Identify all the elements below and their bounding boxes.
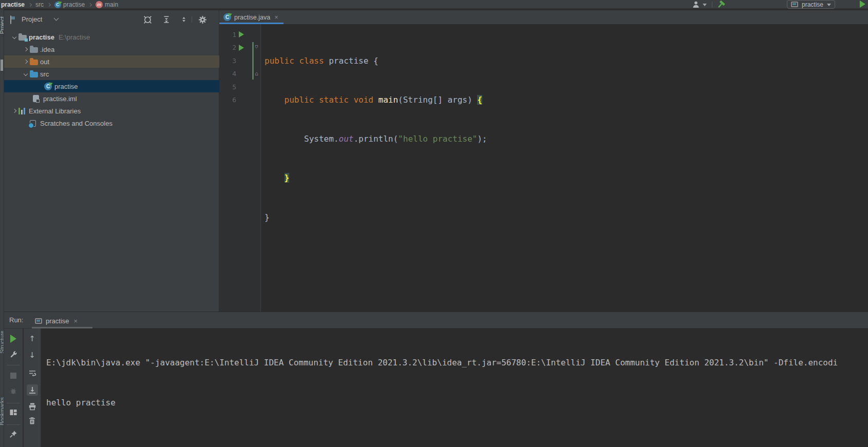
close-tab-icon[interactable]: × bbox=[74, 317, 78, 325]
run-console-output[interactable]: E:\jdk\bin\java.exe "-javaagent:E:\Intel… bbox=[42, 328, 868, 447]
run-configuration-select[interactable]: practise bbox=[787, 0, 835, 9]
layout-icon bbox=[9, 409, 17, 416]
wrench-icon bbox=[9, 350, 18, 359]
pin-icon bbox=[9, 430, 17, 438]
tree-item-project-root[interactable]: practise E:\practise bbox=[4, 31, 219, 43]
expand-all-icon bbox=[162, 15, 171, 24]
toolbar-divider bbox=[7, 403, 20, 403]
soft-wrap-button[interactable] bbox=[27, 367, 38, 379]
restart-debug-button[interactable] bbox=[8, 385, 19, 397]
breadcrumb: practise src C practise m main bbox=[0, 0, 868, 9]
project-path: E:\practise bbox=[59, 33, 90, 41]
tab-practise-java[interactable]: C practise.java × bbox=[219, 10, 284, 24]
project-toolwindow: Project bbox=[4, 10, 219, 312]
chevron-right-icon bbox=[88, 3, 92, 6]
chevron-expanded-icon bbox=[24, 72, 28, 76]
intellij-window: practise src C practise m main bbox=[0, 0, 868, 447]
console-toolbar: ↑ ↓ bbox=[24, 328, 41, 447]
console-line: E:\jdk\bin\java.exe "-javaagent:E:\Intel… bbox=[46, 356, 838, 370]
chevron-down-icon bbox=[827, 4, 831, 6]
stripe-structure-button[interactable]: Structure bbox=[0, 331, 4, 354]
hammer-icon bbox=[716, 0, 726, 9]
java-class-icon: C bbox=[54, 2, 61, 8]
line-number: 5 bbox=[219, 81, 236, 93]
expand-all-button[interactable] bbox=[162, 15, 171, 24]
toolbar-divider bbox=[192, 16, 192, 23]
run-main-gutter-icon[interactable] bbox=[239, 45, 244, 51]
tree-item-scratches[interactable]: Scratches and Consoles bbox=[4, 117, 219, 129]
tree-item-out-folder[interactable]: out bbox=[4, 55, 219, 68]
trash-icon bbox=[28, 417, 36, 425]
breadcrumb-item-method[interactable]: m main bbox=[96, 1, 118, 8]
run-config-app-icon bbox=[35, 318, 42, 324]
chevron-down-icon bbox=[703, 4, 707, 6]
up-the-stack-trace-button[interactable]: ↑ bbox=[27, 333, 38, 344]
chevron-right-icon bbox=[47, 3, 51, 6]
code-line-1: public class practise { bbox=[265, 54, 487, 67]
breadcrumb-item-class[interactable]: C practise bbox=[54, 1, 85, 8]
stripe-active-marker bbox=[1, 60, 3, 71]
arrow-up-icon: ↑ bbox=[29, 334, 35, 343]
stripe-bookmarks-button[interactable]: Bookmarks bbox=[0, 397, 4, 425]
project-folder-icon bbox=[18, 35, 27, 41]
fold-end-icon[interactable]: ⌂ bbox=[255, 70, 258, 77]
tree-item-idea-folder[interactable]: .idea bbox=[4, 43, 219, 55]
scroll-to-end-button[interactable] bbox=[27, 384, 38, 396]
run-toolwindow-header: Run: practise × bbox=[4, 312, 868, 328]
code-content: public class practise { public static vo… bbox=[265, 28, 487, 250]
rerun-button[interactable] bbox=[8, 333, 19, 344]
printer-icon bbox=[28, 402, 36, 411]
breadcrumb-bar: practise src C practise m main bbox=[0, 0, 868, 9]
toolwindow-stripe: Project Structure Bookmarks bbox=[0, 9, 4, 447]
restore-layout-button[interactable] bbox=[8, 406, 19, 418]
project-panel-title[interactable]: Project bbox=[22, 15, 42, 23]
java-class-icon: C bbox=[223, 13, 231, 21]
clear-console-button[interactable] bbox=[27, 415, 38, 426]
project-toolwindow-header: Project bbox=[4, 10, 219, 29]
build-button[interactable] bbox=[716, 0, 726, 9]
folder-icon bbox=[30, 47, 38, 53]
fold-start-icon[interactable]: ⌂ bbox=[255, 44, 258, 50]
source-folder-icon bbox=[30, 72, 38, 77]
chevron-expanded-icon bbox=[12, 35, 16, 39]
chevron-collapsed-icon bbox=[24, 60, 28, 64]
tree-item-src-folder[interactable]: src bbox=[4, 68, 219, 80]
tree-item-practise-iml[interactable]: practise.iml bbox=[4, 92, 219, 105]
java-method-icon: m bbox=[96, 1, 103, 8]
chevron-collapsed-icon bbox=[12, 109, 16, 113]
code-line-3: System.out.println("hello practise"); bbox=[265, 132, 487, 145]
stop-button[interactable] bbox=[8, 370, 19, 381]
line-number: 3 bbox=[219, 54, 236, 67]
run-tab-practise[interactable]: practise × bbox=[32, 314, 81, 327]
line-number: 4 bbox=[219, 67, 236, 80]
run-config-app-icon bbox=[791, 2, 798, 7]
edit-configuration-button[interactable] bbox=[8, 348, 19, 360]
close-tab-icon[interactable]: × bbox=[274, 13, 278, 21]
line-number: 2 bbox=[219, 41, 236, 54]
down-the-stack-trace-button[interactable]: ↓ bbox=[27, 349, 38, 361]
line-number: 6 bbox=[219, 93, 236, 106]
breadcrumb-item-src[interactable]: src bbox=[35, 1, 44, 8]
code-editor[interactable]: 1 2 3 4 5 6 ⌂ ⌂ public class practise { … bbox=[219, 24, 868, 312]
tree-item-practise-class[interactable]: C practise bbox=[4, 80, 219, 92]
stripe-project-button[interactable]: Project bbox=[0, 16, 4, 34]
project-toolwindow-icon bbox=[10, 15, 11, 24]
run-button[interactable] bbox=[860, 1, 865, 8]
breadcrumb-item-project[interactable]: practise bbox=[1, 1, 25, 8]
run-class-gutter-icon[interactable] bbox=[239, 31, 244, 37]
project-settings-button[interactable] bbox=[198, 15, 207, 24]
chevron-collapsed-icon bbox=[24, 47, 28, 51]
profile-button[interactable] bbox=[691, 1, 707, 9]
print-button[interactable] bbox=[27, 401, 38, 412]
pin-tab-button[interactable] bbox=[8, 429, 19, 440]
project-view-dropdown-icon[interactable] bbox=[54, 16, 59, 21]
bug-icon bbox=[9, 387, 17, 395]
select-opened-file-button[interactable] bbox=[143, 15, 152, 24]
chevron-right-icon bbox=[28, 3, 32, 6]
toolbar-divider bbox=[7, 365, 20, 365]
stop-icon bbox=[10, 373, 16, 379]
rerun-icon bbox=[10, 335, 16, 343]
tree-item-external-libraries[interactable]: External Libraries bbox=[4, 105, 219, 117]
collapse-all-button[interactable] bbox=[179, 15, 188, 24]
console-line: hello practise bbox=[46, 396, 838, 410]
